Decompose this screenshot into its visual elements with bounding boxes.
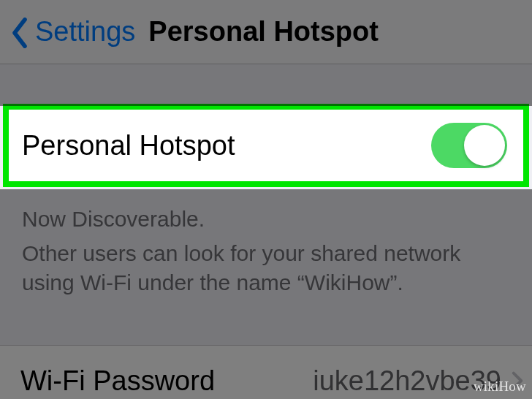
footer-line-1: Now Discoverable. bbox=[22, 205, 510, 235]
wifi-password-label: Wi-Fi Password bbox=[20, 365, 215, 397]
personal-hotspot-row[interactable]: Personal Hotspot bbox=[9, 110, 523, 181]
wifi-password-row[interactable]: Wi-Fi Password iuke12h2vbe39 bbox=[0, 345, 532, 400]
footer-line-2: Other users can look for your shared net… bbox=[22, 239, 510, 298]
toggle-knob bbox=[464, 125, 505, 166]
page-title: Personal Hotspot bbox=[148, 16, 379, 48]
personal-hotspot-toggle[interactable] bbox=[431, 123, 507, 168]
back-chevron-icon[interactable] bbox=[10, 18, 29, 48]
back-button-label[interactable]: Settings bbox=[35, 16, 135, 48]
highlight-border: Personal Hotspot bbox=[3, 104, 529, 187]
watermark: wikiHow bbox=[474, 379, 526, 395]
personal-hotspot-label: Personal Hotspot bbox=[22, 130, 235, 162]
discoverable-footer: Now Discoverable. Other users can look f… bbox=[0, 187, 532, 298]
section-gap bbox=[0, 64, 532, 104]
navigation-bar: Settings Personal Hotspot bbox=[0, 0, 532, 64]
